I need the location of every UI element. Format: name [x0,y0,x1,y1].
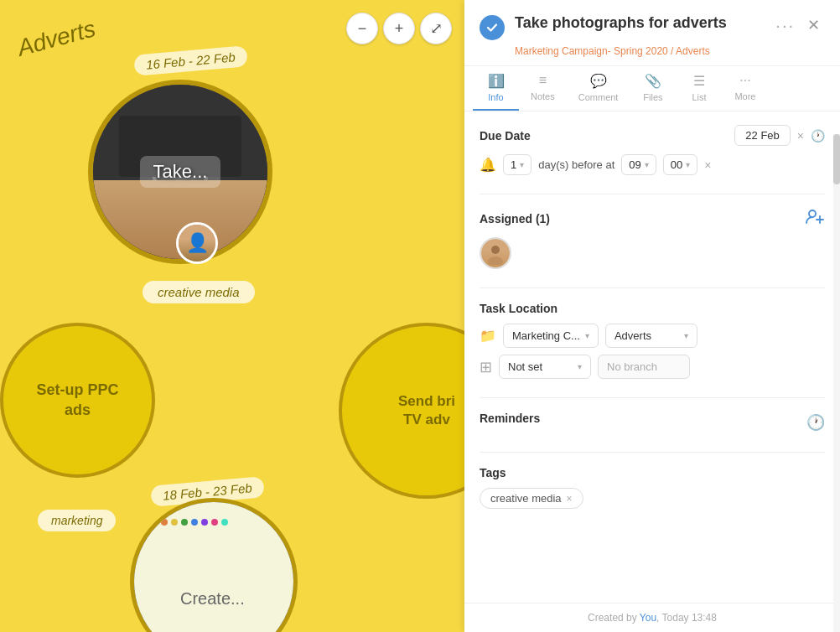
due-date-section: Due Date 22 Feb × 🕐 🔔 1 ▾ day(s) before … [480,125,825,175]
tab-more[interactable]: ··· More [722,66,768,111]
due-date-row: Due Date 22 Feb × 🕐 [480,125,825,146]
tab-list[interactable]: ☰ List [676,66,722,111]
send-bubble-text: Send briTV adv [398,392,455,429]
task-detail-panel: Take photographs for adverts ··· ✕ Marke… [464,0,840,632]
close-panel-button[interactable]: ✕ [801,13,825,37]
task-location-title: Task Location [480,302,825,315]
assignee-avatar[interactable] [480,237,511,269]
assigned-header: Assigned (1) [480,208,825,229]
task-complete-button[interactable] [480,15,505,40]
tab-files[interactable]: 📎 Files [630,66,676,111]
mindmap-panel: Adverts − + ⤢ 16 Feb - 22 Feb Take... 👤 … [0,0,464,632]
tab-notes[interactable]: ≡ Notes [519,66,567,111]
ppc-bubble[interactable]: Set-up PPCads [0,323,155,478]
zoom-fit-button[interactable]: ⤢ [420,13,452,44]
date-range-top: 16 Feb - 22 Feb [133,45,247,76]
reminder-days-value: 1 [511,158,516,171]
adverts-value: Adverts [614,329,651,342]
add-user-button[interactable] [805,208,825,229]
reminder-row: 🔔 1 ▾ day(s) before at 09 ▾ 00 ▾ × [480,154,825,175]
zoom-in-button[interactable]: + [383,13,415,44]
not-set-dropdown-icon: ▾ [578,362,582,371]
reminder-hour-select[interactable]: 09 ▾ [621,154,656,175]
due-date-value[interactable]: 22 Feb [734,125,790,146]
tab-files-label: Files [643,92,662,102]
zoom-out-button[interactable]: − [346,13,378,44]
not-set-value: Not set [508,360,542,373]
divider-4 [480,452,825,453]
tab-info-label: Info [488,92,503,102]
divider-2 [480,288,825,288]
reminder-hour-value: 09 [629,158,640,171]
ppc-bubble-text: Set-up PPCads [36,381,118,420]
minute-dropdown-icon: ▾ [686,160,690,169]
create-bubble[interactable] [130,498,298,632]
task-content: Due Date 22 Feb × 🕐 🔔 1 ▾ day(s) before … [464,111,840,603]
assigned-title: Assigned (1) [480,212,550,225]
divider-1 [480,194,825,194]
tags-title: Tags [480,466,825,479]
task-header: Take photographs for adverts ··· ✕ Marke… [464,0,840,66]
create-bubble-text: Create... [180,589,245,609]
svg-point-4 [488,256,503,265]
svg-point-3 [491,246,500,254]
remove-tag-button[interactable]: × [567,493,573,505]
location-row-1: 📁 Marketing C... ▾ Adverts ▾ [480,324,825,348]
task-footer: Created by You, Today 13:48 [464,603,840,632]
due-date-label: Due Date [480,129,728,142]
svg-point-0 [809,210,816,217]
task-assignee-avatar: 👤 [176,222,218,264]
tab-comment-label: Comment [578,92,619,102]
notes-icon: ≡ [539,73,547,88]
send-bubble[interactable]: Send briTV adv [339,323,464,499]
no-branch-label: No branch [598,355,690,379]
footer-time: , Today 13:48 [656,612,717,624]
clear-reminder-button[interactable]: × [704,158,711,172]
reminders-title: Reminders [480,412,540,425]
tags-section: Tags creative media × [480,466,825,509]
tab-more-label: More [734,91,755,101]
folder-icon: 📁 [480,328,496,344]
marketing-campaign-value: Marketing C... [512,329,580,342]
marketing-campaign-select[interactable]: Marketing C... ▾ [503,324,599,348]
clear-due-date-button[interactable]: × [797,129,804,142]
more-icon: ··· [739,73,750,88]
comment-icon: 💬 [590,73,607,89]
marketing-dropdown-icon: ▾ [585,331,589,340]
scrollbar-thumb[interactable] [833,134,840,184]
hour-dropdown-icon: ▾ [645,160,649,169]
tab-notes-label: Notes [531,91,555,101]
tag-value: creative media [490,492,562,505]
due-date-calendar-icon[interactable]: 🕐 [811,129,825,142]
task-options-button[interactable]: ··· [775,16,795,35]
branch-icon: ⊞ [480,358,492,376]
tab-comment[interactable]: 💬 Comment [567,66,630,111]
main-task-text: Take... [140,156,221,188]
adverts-dropdown-icon: ▾ [684,331,688,340]
tab-info[interactable]: ℹ️ Info [473,66,519,111]
days-before-text: day(s) before at [538,158,614,171]
creative-media-label: creative media [143,281,255,303]
tab-list-label: List [692,92,706,102]
reminder-days-select[interactable]: 1 ▾ [503,154,531,175]
task-title: Take photographs for adverts [515,13,765,33]
scrollbar-track[interactable] [833,134,840,632]
not-set-select[interactable]: Not set ▾ [499,355,591,379]
info-icon: ℹ️ [488,73,505,89]
assigned-section: Assigned (1) [480,208,825,269]
reminder-minute-select[interactable]: 00 ▾ [663,154,697,175]
breadcrumb[interactable]: Marketing Campaign- Spring 2020 / Advert… [515,45,825,57]
files-icon: 📎 [645,73,661,89]
task-tabs: ℹ️ Info ≡ Notes 💬 Comment 📎 Files ☰ List… [464,66,840,111]
adverts-select[interactable]: Adverts ▾ [605,324,697,348]
footer-user-link[interactable]: You [640,612,656,624]
reminder-minute-value: 00 [671,158,682,171]
zoom-controls: − + ⤢ [346,13,452,44]
tag-item: creative media × [480,488,583,509]
bell-icon: 🔔 [480,157,496,173]
marketing-label: marketing [38,510,116,531]
task-location-section: Task Location 📁 Marketing C... ▾ Adverts… [480,302,825,379]
header-actions: ··· ✕ [775,13,825,37]
adverts-label: Adverts [14,15,98,61]
days-dropdown-icon: ▾ [520,160,524,169]
